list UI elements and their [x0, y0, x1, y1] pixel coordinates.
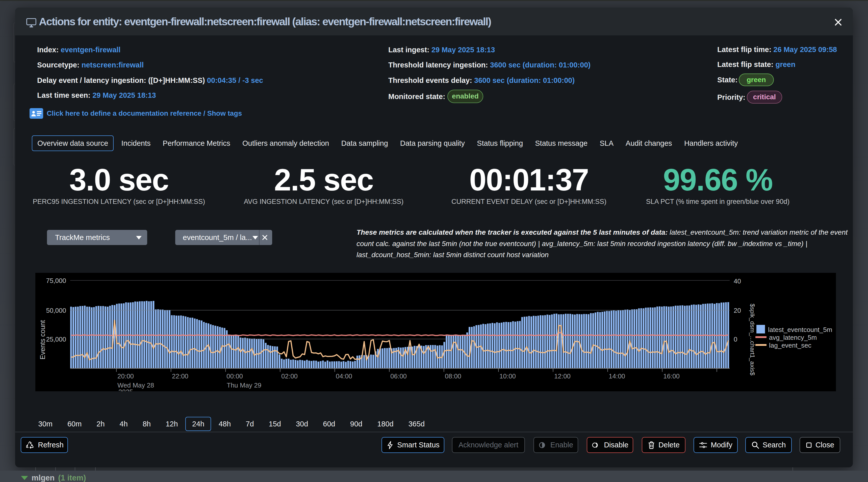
svg-text:0: 0 [734, 335, 737, 343]
svg-text:06:00: 06:00 [390, 372, 407, 380]
svg-text:lag_event_sec: lag_event_sec [769, 341, 811, 349]
svg-text:$splk_dsm_...chart1_axis$: $splk_dsm_...chart1_axis$ [749, 304, 756, 375]
svg-text:00:00: 00:00 [226, 372, 243, 380]
svg-text:40: 40 [734, 277, 741, 285]
svg-text:04:00: 04:00 [336, 372, 352, 380]
svg-text:Events count: Events count [39, 320, 46, 360]
svg-text:14:00: 14:00 [609, 372, 625, 380]
svg-text:22:00: 22:00 [172, 372, 188, 380]
svg-text:20: 20 [734, 307, 741, 314]
svg-text:16:00: 16:00 [663, 372, 680, 380]
svg-text:2025: 2025 [118, 388, 133, 391]
svg-text:75,000: 75,000 [46, 277, 66, 284]
svg-text:12:00: 12:00 [554, 372, 570, 380]
svg-text:Thu May 29: Thu May 29 [227, 382, 261, 389]
svg-text:20:00: 20:00 [117, 372, 134, 380]
svg-text:10:00: 10:00 [499, 372, 516, 380]
svg-text:08:00: 08:00 [445, 372, 461, 380]
svg-text:25,000: 25,000 [46, 335, 66, 343]
svg-text:latest_eventcount_5m: latest_eventcount_5m [768, 326, 832, 333]
svg-text:50,000: 50,000 [46, 307, 66, 314]
svg-text:02:00: 02:00 [281, 372, 298, 380]
svg-text:avg_latency_5m: avg_latency_5m [769, 334, 817, 341]
